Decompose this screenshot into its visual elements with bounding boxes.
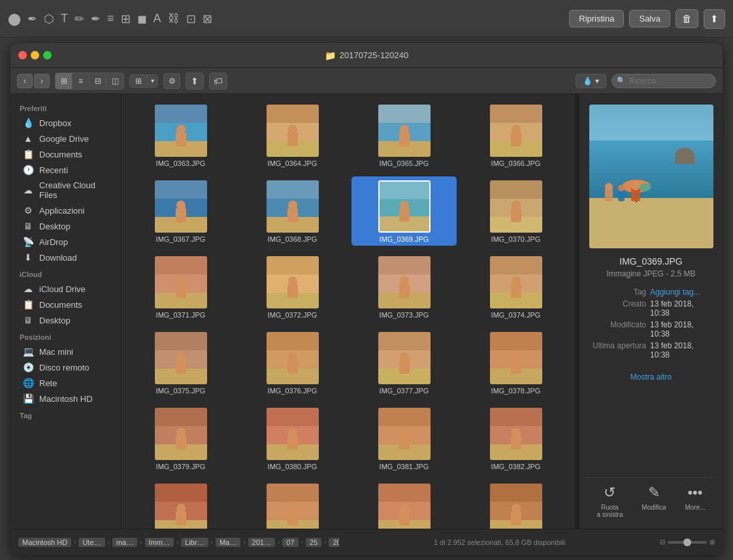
zoom-in-icon[interactable]: ⊞ (709, 538, 715, 546)
file-item[interactable]: IMG_0371.JPG (128, 252, 233, 321)
sidebar-item-dropbox[interactable]: 💧 Dropbox (13, 115, 118, 131)
salva-button[interactable]: Salva (629, 10, 670, 27)
column-view-button[interactable]: ⊟ (90, 73, 106, 89)
gallery-view-button[interactable]: ◫ (106, 73, 123, 89)
file-item[interactable]: IMG_0382.JPG (463, 404, 568, 473)
file-item[interactable]: IMG_0366.JPG (463, 101, 568, 170)
share-toolbar-button[interactable]: ⬆ (704, 9, 725, 29)
dropbox-toolbar-button[interactable]: 💧 ▾ (576, 74, 606, 88)
file-item[interactable]: IMG_0383.JPG (128, 480, 233, 529)
svg-rect-8 (287, 132, 298, 146)
sidebar-item-documents[interactable]: 📋 Documents (13, 146, 118, 162)
svg-rect-43 (176, 284, 186, 298)
more-action[interactable]: ••• More... (685, 484, 705, 518)
breadcrumb-25[interactable]: 25 (306, 538, 321, 547)
file-item[interactable]: IMG_0368.JPG (240, 176, 345, 246)
tag-add-button[interactable]: Aggiungi tag... (646, 288, 700, 297)
pen-icon[interactable]: ✒ (27, 12, 37, 26)
icloud-drive-icon: ☁ (22, 284, 34, 294)
close-button[interactable] (18, 51, 27, 59)
file-item[interactable]: IMG_0378.JPG (463, 328, 568, 397)
file-item[interactable]: IMG_0369.JPG (351, 176, 457, 246)
minimize-button[interactable] (31, 51, 39, 59)
fill-icon[interactable]: ◼ (137, 12, 147, 26)
view-option-button[interactable]: ⊞ (130, 75, 147, 87)
search-input[interactable] (611, 74, 716, 88)
trash-button[interactable]: 🗑 (676, 9, 698, 28)
svg-rect-48 (287, 284, 298, 298)
file-item[interactable]: IMG_0372.JPG (240, 252, 345, 321)
sidebar-item-mac-mini[interactable]: 💻 Mac mini (13, 344, 118, 359)
share-button[interactable]: ⬆ (186, 73, 204, 90)
edit-action[interactable]: ✎ Modifica (642, 484, 666, 518)
breadcrumb-item[interactable]: Macintosh HD (18, 538, 71, 547)
gear-button[interactable]: ⚙ (163, 73, 180, 89)
fullscreen-button[interactable] (43, 51, 52, 59)
breadcrumb-ute[interactable]: Ute… (78, 538, 105, 547)
view-option-arrow[interactable]: ▾ (147, 75, 157, 87)
zoom-slider[interactable] (668, 541, 707, 544)
list-view-button[interactable]: ≡ (73, 73, 90, 89)
rotate-action[interactable]: ↺ Ruotaa sinistra (596, 484, 623, 518)
grid-icon[interactable]: ⊞ (121, 12, 131, 26)
crop-icon[interactable]: ⊠ (203, 12, 212, 26)
sidebar-item-applicazioni[interactable]: ⚙ Applicazioni (13, 203, 118, 218)
tag-button[interactable]: 🏷 (209, 73, 227, 90)
file-item[interactable]: IMG_0376.JPG (240, 328, 345, 397)
sidebar-item-download[interactable]: ⬇ Download (13, 250, 118, 265)
file-item[interactable]: IMG_0379.JPG (128, 404, 233, 473)
file-item[interactable]: IMG_0386.JPG (351, 480, 457, 529)
file-item[interactable]: IMG_0375.JPG (128, 328, 233, 397)
file-item[interactable]: IMG_0363.JPG (128, 101, 233, 170)
breadcrumb-item[interactable]: Ute… (78, 538, 105, 547)
circle-icon[interactable]: ⬤ (8, 12, 21, 26)
file-item[interactable]: IMG_0380.JPG (240, 404, 345, 473)
breadcrumb-macintosh[interactable]: Macintosh HD (18, 538, 71, 547)
sidebar-item-macintosh-hd[interactable]: 💾 Macintosh HD (13, 391, 118, 406)
file-item[interactable]: IMG_0384.JPG (240, 480, 345, 529)
sidebar-item-desktop[interactable]: 🖥 Desktop (13, 218, 118, 234)
sidebar-item-disco-remoto[interactable]: 💿 Disco remoto (13, 359, 118, 375)
sidebar-item-creative-cloud[interactable]: ☁ Creative Cloud Files (13, 178, 118, 203)
list-icon[interactable]: ≡ (107, 12, 114, 25)
pen2-icon[interactable]: ✒ (91, 12, 101, 26)
brush-icon[interactable]: ✏ (74, 12, 84, 26)
file-item[interactable]: IMG_0387.JPG (463, 480, 568, 529)
file-item[interactable]: IMG_0373.JPG (351, 252, 457, 321)
sidebar-item-recenti[interactable]: 🕐 Recenti (13, 162, 118, 178)
zoom-out-icon[interactable]: ⊟ (660, 538, 665, 546)
file-item[interactable]: IMG_0370.JPG (463, 176, 568, 246)
sidebar-item-icloud-drive[interactable]: ☁ iCloud Drive (13, 281, 118, 297)
icon-view-button[interactable]: ⊞ (56, 73, 73, 89)
file-item[interactable]: IMG_0374.JPG (463, 252, 568, 321)
shape-icon[interactable]: ⬡ (44, 12, 54, 26)
breadcrumb-imm[interactable]: Imm… (145, 538, 174, 547)
file-item[interactable]: IMG_0377.JPG (351, 328, 457, 397)
breadcrumb-07[interactable]: 07 (282, 538, 298, 547)
text-icon[interactable]: T (61, 12, 68, 25)
sidebar-item-google-drive[interactable]: ▲ Google Drive (13, 131, 118, 146)
breadcrumb-ma2[interactable]: Ma… (216, 538, 240, 547)
back-button[interactable]: ‹ (17, 74, 33, 88)
svg-point-59 (512, 276, 521, 286)
sidebar-item-rete[interactable]: 🌐 Rete (13, 375, 118, 391)
file-item[interactable]: IMG_0381.JPG (351, 404, 457, 473)
show-more-button[interactable]: Mostra altro (630, 372, 672, 382)
svg-point-94 (400, 428, 409, 437)
file-name: IMG_0371.JPG (156, 311, 206, 319)
link-icon[interactable]: ⛓ (168, 12, 180, 25)
font-icon[interactable]: A (154, 12, 161, 25)
breadcrumb-libr[interactable]: Libr… (181, 538, 208, 547)
file-item[interactable]: IMG_0367.JPG (128, 176, 233, 246)
breadcrumb-ma[interactable]: ma… (112, 538, 137, 547)
forward-button[interactable]: › (34, 74, 50, 88)
breadcrumb-201[interactable]: 201… (248, 538, 275, 547)
sidebar-item-airdrop[interactable]: 📡 AirDrop (13, 234, 118, 250)
file-item[interactable]: IMG_0365.JPG (351, 101, 457, 170)
ripristina-button[interactable]: Ripristina (569, 10, 624, 27)
mask-icon[interactable]: ⊡ (186, 12, 196, 26)
sidebar-item-icloud-desktop[interactable]: 🖥 Desktop (13, 312, 118, 328)
file-item[interactable]: IMG_0364.JPG (240, 101, 345, 170)
breadcrumb-folder-name[interactable]: 20170725-120240 (329, 538, 339, 547)
sidebar-item-icloud-documents[interactable]: 📋 Documents (13, 297, 118, 312)
